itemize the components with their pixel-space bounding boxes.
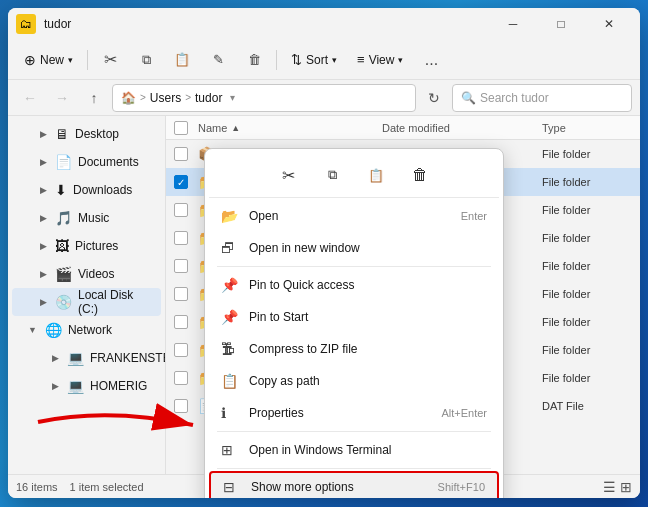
row-checkbox[interactable] [174,147,198,161]
context-menu: ✂ ⧉ 📋 🗑 📂 Open Enter 🗗 Open in new windo… [204,148,504,498]
ctx-open-new-window[interactable]: 🗗 Open in new window [209,232,499,264]
chevron-icon: ▼ [28,325,37,335]
path-dropdown-icon[interactable]: ▾ [230,92,235,103]
toolbar-separator-2 [276,50,277,70]
sort-button[interactable]: ⇅ Sort ▾ [283,48,345,71]
up-button[interactable]: ↑ [80,84,108,112]
addressbar: ← → ↑ 🏠 > Users > tudor ▾ ↻ 🔍 Search tud… [8,80,640,116]
file-list-header: Name ▲ Date modified Type [166,116,640,140]
close-button[interactable]: ✕ [586,8,632,40]
file-explorer-window: 🗂 tudor ─ □ ✕ ⊕ New ▾ ✂ ⧉ 📋 ✎ 🗑 ⇅ Sort ▾… [8,8,640,498]
ctx-separator-2 [217,431,491,432]
open-new-window-icon: 🗗 [221,240,239,256]
maximize-button[interactable]: □ [538,8,584,40]
copy-button[interactable]: ⧉ [130,44,162,76]
toolbar: ⊕ New ▾ ✂ ⧉ 📋 ✎ 🗑 ⇅ Sort ▾ ≡ View ▾ ... [8,40,640,80]
compress-icon: 🗜 [221,341,239,357]
show-more-options-icon: ⊟ [223,479,241,495]
sidebar-item-local-disk[interactable]: ▶ 💿 Local Disk (C:) [12,288,161,316]
path-users: Users [150,91,181,105]
chevron-icon: ▶ [52,381,59,391]
sort-icon: ⇅ [291,52,302,67]
ctx-paste-button[interactable]: 📋 [360,159,392,191]
sidebar-item-pictures[interactable]: ▶ 🖼 Pictures [12,232,161,260]
pin-quick-icon: 📌 [221,277,239,293]
statusbar-view-controls: ☰ ⊞ [603,479,632,495]
new-icon: ⊕ [24,52,36,68]
chevron-icon: ▶ [40,269,47,279]
toolbar-separator-1 [87,50,88,70]
sort-arrow-icon: ▲ [231,123,240,133]
window-title: tudor [44,17,490,31]
paste-button[interactable]: 📋 [166,44,198,76]
ctx-pin-quick-access[interactable]: 📌 Pin to Quick access [209,269,499,301]
sidebar-item-downloads[interactable]: ▶ ⬇ Downloads [12,176,161,204]
ctx-cut-button[interactable]: ✂ [272,159,304,191]
ctx-properties[interactable]: ℹ Properties Alt+Enter [209,397,499,429]
path-home-icon: 🏠 [121,91,136,105]
file-type: File folder [542,372,632,384]
ctx-copy-button[interactable]: ⧉ [316,159,348,191]
row-checkbox[interactable] [174,343,198,357]
row-checkbox[interactable] [174,287,198,301]
file-type: File folder [542,316,632,328]
sidebar-item-homerig[interactable]: ▶ 💻 HOMERIG [12,372,161,400]
window-icon: 🗂 [16,14,36,34]
delete-button[interactable]: 🗑 [238,44,270,76]
rename-button[interactable]: ✎ [202,44,234,76]
view-grid-button[interactable]: ⊞ [620,479,632,495]
file-type: File folder [542,232,632,244]
row-checkbox[interactable] [174,259,198,273]
ctx-compress-zip[interactable]: 🗜 Compress to ZIP file [209,333,499,365]
sidebar-item-music[interactable]: ▶ 🎵 Music [12,204,161,232]
view-list-button[interactable]: ☰ [603,479,616,495]
ctx-show-more-options[interactable]: ⊟ Show more options Shift+F10 [209,471,499,498]
terminal-icon: ⊞ [221,442,239,458]
sidebar: ▶ 🖥 Desktop ▶ 📄 Documents ▶ ⬇ Downloads … [8,116,166,474]
file-type: File folder [542,204,632,216]
more-button[interactable]: ... [415,44,447,76]
refresh-button[interactable]: ↻ [420,84,448,112]
minimize-button[interactable]: ─ [490,8,536,40]
row-checkbox[interactable] [174,399,198,413]
sidebar-item-frankenstein[interactable]: ▶ 💻 FRANKENSTEIN [12,344,161,372]
path-tudor: tudor [195,91,222,105]
back-button[interactable]: ← [16,84,44,112]
row-checkbox[interactable]: ✓ [174,175,198,189]
row-checkbox[interactable] [174,371,198,385]
header-type: Type [542,122,632,134]
open-icon: 📂 [221,208,239,224]
selected-count: 1 item selected [70,481,144,493]
file-type: File folder [542,288,632,300]
ctx-pin-start[interactable]: 📌 Pin to Start [209,301,499,333]
properties-icon: ℹ [221,405,239,421]
search-icon: 🔍 [461,91,476,105]
search-box[interactable]: 🔍 Search tudor [452,84,632,112]
view-button[interactable]: ≡ View ▾ [349,48,411,71]
row-checkbox[interactable] [174,203,198,217]
file-type: File folder [542,176,632,188]
titlebar: 🗂 tudor ─ □ ✕ [8,8,640,40]
ctx-delete-button[interactable]: 🗑 [404,159,436,191]
view-icon: ≡ [357,52,365,67]
copy-path-icon: 📋 [221,373,239,389]
chevron-icon: ▶ [52,353,59,363]
row-checkbox[interactable] [174,315,198,329]
select-all-checkbox[interactable] [174,121,188,135]
sidebar-item-desktop[interactable]: ▶ 🖥 Desktop [12,120,161,148]
new-button[interactable]: ⊕ New ▾ [16,48,81,72]
file-type: File folder [542,344,632,356]
ctx-copy-path[interactable]: 📋 Copy as path [209,365,499,397]
cut-button[interactable]: ✂ [94,44,126,76]
ctx-open-terminal[interactable]: ⊞ Open in Windows Terminal [209,434,499,466]
chevron-icon: ▶ [40,129,47,139]
header-check [174,121,198,135]
sidebar-item-network[interactable]: ▼ 🌐 Network [12,316,161,344]
sidebar-item-documents[interactable]: ▶ 📄 Documents [12,148,161,176]
window-controls: ─ □ ✕ [490,8,632,40]
row-checkbox[interactable] [174,231,198,245]
path-bar[interactable]: 🏠 > Users > tudor ▾ [112,84,416,112]
ctx-open[interactable]: 📂 Open Enter [209,200,499,232]
forward-button[interactable]: → [48,84,76,112]
sidebar-item-videos[interactable]: ▶ 🎬 Videos [12,260,161,288]
